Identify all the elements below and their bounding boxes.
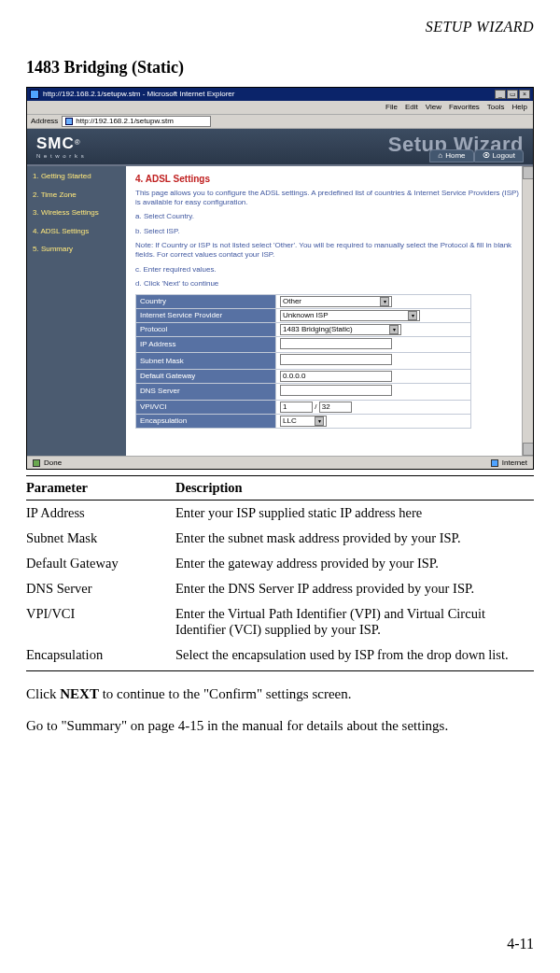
logo-registered: ® <box>75 138 80 147</box>
home-button[interactable]: ⌂Home <box>429 149 473 162</box>
ie-icon <box>30 90 39 99</box>
sidebar-item-getting-started[interactable]: 1. Getting Started <box>33 172 120 181</box>
vpi-input[interactable]: 1 <box>280 402 313 413</box>
menu-favorites[interactable]: Favorites <box>449 103 480 112</box>
isp-label: Internet Service Provider <box>136 308 276 322</box>
table-row: VPI/VCIEnter the Virtual Path Identifier… <box>26 601 534 642</box>
param-desc: Enter the subnet mask address provided b… <box>175 526 534 551</box>
body1b: NEXT <box>60 686 99 701</box>
body1c: to continue to the "Confirm" settings sc… <box>99 686 352 701</box>
window-close-button[interactable]: × <box>519 90 530 99</box>
body-paragraph-1: Click NEXT to continue to the "Confirm" … <box>26 684 534 703</box>
content-title: 4. ADSL Settings <box>135 174 524 185</box>
ie-address-bar: Address http://192.168.2.1/setupw.stm <box>27 114 533 129</box>
chevron-down-icon: ▾ <box>380 297 389 306</box>
window-minimize-button[interactable]: _ <box>495 90 506 99</box>
parameter-table: Parameter Description IP AddressEnter yo… <box>26 475 534 671</box>
protocol-value: 1483 Bridging(Static) <box>283 325 353 334</box>
globe-icon <box>65 118 73 125</box>
ie-menubar: File Edit View Favorites Tools Help <box>27 101 533 114</box>
browser-title: http://192.168.2.1/setupw.stm - Microsof… <box>43 90 234 99</box>
param-name: IP Address <box>26 501 175 527</box>
protocol-label: Protocol <box>136 322 276 336</box>
address-input[interactable]: http://192.168.2.1/setupw.stm <box>62 116 211 127</box>
country-select[interactable]: Other▾ <box>280 296 392 307</box>
mask-input[interactable] <box>280 354 392 365</box>
th-description: Description <box>175 476 534 501</box>
sidebar-item-wireless[interactable]: 3. Wireless Settings <box>33 208 120 218</box>
logo-subtext: N e t w o r k s <box>36 153 85 160</box>
menu-file[interactable]: File <box>385 103 398 112</box>
address-url: http://192.168.2.1/setupw.stm <box>76 117 174 126</box>
content-scrollbar[interactable] <box>522 166 533 456</box>
vpivci-label: VPI/VCI <box>136 400 276 414</box>
ip-label: IP Address <box>136 336 276 353</box>
ie-titlebar: http://192.168.2.1/setupw.stm - Microsof… <box>27 88 533 101</box>
step-d: d. Click 'Next' to continue <box>135 279 524 289</box>
router-header: SMC® N e t w o r k s Setup Wizard ⌂Home … <box>27 129 533 166</box>
country-label: Country <box>136 294 276 308</box>
adsl-form: Country Other▾ Internet Service Provider… <box>135 294 471 429</box>
chevron-down-icon: ▾ <box>389 325 399 334</box>
encapsulation-label: Encapsulation <box>136 414 276 428</box>
sidebar-item-adsl[interactable]: 4. ADSL Settings <box>33 227 120 236</box>
logout-button[interactable]: ⦿Logout <box>474 149 524 162</box>
encapsulation-select[interactable]: LLC▾ <box>280 416 327 427</box>
param-desc: Select the encapsulation used by ISP fro… <box>175 642 534 671</box>
param-desc: Enter the DNS Server IP address provided… <box>175 576 534 601</box>
vpivci-slash: / <box>315 402 316 411</box>
gateway-input[interactable]: 0.0.0.0 <box>280 371 392 382</box>
home-icon: ⌂ <box>438 151 442 161</box>
param-name: Default Gateway <box>26 551 175 576</box>
th-parameter: Parameter <box>26 476 175 501</box>
step-c: c. Enter required values. <box>135 265 524 275</box>
menu-edit[interactable]: Edit <box>405 103 418 112</box>
ie-statusbar: Done Internet <box>27 456 533 469</box>
table-row: Default GatewayEnter the gateway address… <box>26 551 534 576</box>
isp-select[interactable]: Unknown ISP▾ <box>280 310 420 321</box>
param-name: VPI/VCI <box>26 601 175 642</box>
address-label: Address <box>31 117 58 126</box>
sidebar-item-summary[interactable]: 5. Summary <box>33 245 120 254</box>
status-done-icon <box>33 459 40 467</box>
section-title: 1483 Bridging (Static) <box>26 58 184 77</box>
status-left: Done <box>44 458 62 468</box>
param-desc: Enter your ISP supplied static IP addres… <box>175 501 534 527</box>
step-b: b. Select ISP. <box>135 227 524 236</box>
chevron-down-icon: ▾ <box>408 311 417 320</box>
param-desc: Enter the Virtual Path Identifier (VPI) … <box>175 601 534 642</box>
running-head: SETUP WIZARD <box>426 19 534 35</box>
page-number: 4-11 <box>507 936 534 952</box>
table-row: EncapsulationSelect the encapsulation us… <box>26 642 534 671</box>
ip-input[interactable] <box>280 338 392 349</box>
logout-label: Logout <box>493 151 515 161</box>
protocol-select[interactable]: 1483 Bridging(Static)▾ <box>280 324 401 335</box>
menu-view[interactable]: View <box>426 103 441 112</box>
smc-logo: SMC® N e t w o r k s <box>36 134 85 161</box>
table-row: DNS ServerEnter the DNS Server IP addres… <box>26 576 534 601</box>
country-value: Other <box>283 297 301 306</box>
param-desc: Enter the gateway address provided by yo… <box>175 551 534 576</box>
menu-tools[interactable]: Tools <box>487 103 505 112</box>
dns-label: DNS Server <box>136 383 276 400</box>
home-label: Home <box>445 151 465 161</box>
param-name: DNS Server <box>26 576 175 601</box>
step-a: a. Select Country. <box>135 212 524 221</box>
sidebar-item-time-zone[interactable]: 2. Time Zone <box>33 190 120 200</box>
window-maximize-button[interactable]: ▭ <box>507 90 518 99</box>
logout-icon: ⦿ <box>483 151 490 161</box>
wizard-sidebar: 1. Getting Started 2. Time Zone 3. Wirel… <box>27 166 126 456</box>
vci-input[interactable]: 32 <box>319 402 352 413</box>
mask-label: Subnet Mask <box>136 353 276 370</box>
content-intro: This page allows you to configure the AD… <box>135 189 524 206</box>
isp-value: Unknown ISP <box>283 311 328 320</box>
body-paragraph-2: Go to "Summary" on page 4-15 in the manu… <box>26 716 534 735</box>
logo-text: SMC <box>36 134 75 152</box>
chevron-down-icon: ▾ <box>315 416 324 426</box>
table-row: IP AddressEnter your ISP supplied static… <box>26 501 534 527</box>
internet-zone-icon <box>491 459 498 467</box>
table-row: Subnet MaskEnter the subnet mask address… <box>26 526 534 551</box>
menu-help[interactable]: Help <box>512 103 527 112</box>
dns-input[interactable] <box>280 385 392 396</box>
status-right: Internet <box>502 458 527 468</box>
